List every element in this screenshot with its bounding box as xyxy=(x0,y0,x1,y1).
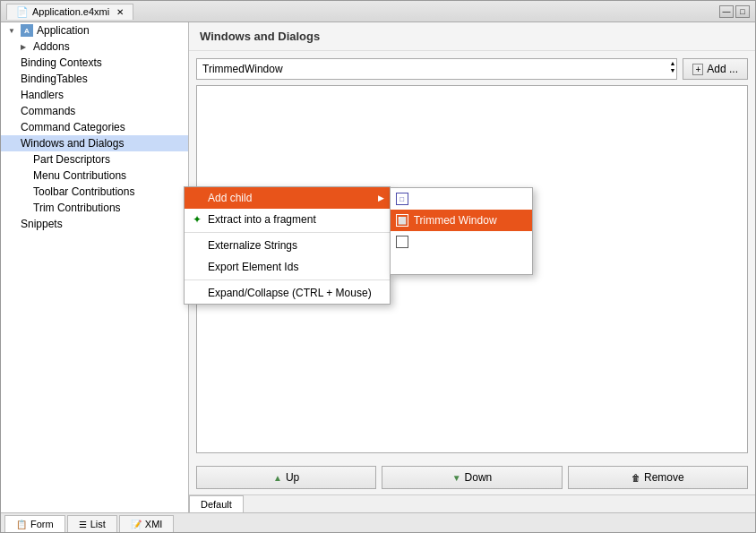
submenu-item-wizard[interactable]: ✦ Wizard xyxy=(391,253,532,274)
app-icon: A xyxy=(21,24,33,37)
menu-item-expand[interactable]: Expand/Collapse (CTRL + Mouse) xyxy=(185,282,390,304)
menu-separator-1 xyxy=(185,232,390,233)
tree-snippets-label: Snippets xyxy=(21,218,63,230)
xmi-tab-label: XMI xyxy=(145,519,163,529)
minimize-button[interactable]: — xyxy=(719,5,734,18)
tree-command-categories-label: Command Categories xyxy=(21,121,125,133)
dropdown-arrow-container: ▲ ▼ xyxy=(670,60,676,73)
list-tab-label: List xyxy=(90,519,106,529)
context-menu-wrapper: Add child □ Dialog ⬜ Trimmed Window ▭ Wi… xyxy=(184,186,391,305)
tree-item-addons[interactable]: ▶ Addons xyxy=(1,39,188,55)
tab-title: Application.e4xmi xyxy=(32,6,109,17)
tree-item-commands[interactable]: Commands xyxy=(1,103,188,119)
submenu-item-window[interactable]: ▭ Window xyxy=(391,231,532,253)
expand-arrow-addons: ▶ xyxy=(21,43,30,51)
submenu-item-dialog[interactable]: □ Dialog xyxy=(391,188,532,210)
add-child-label: Add child xyxy=(208,192,252,204)
add-btn-icon: + xyxy=(692,64,703,75)
section-header: Windows and Dialogs xyxy=(189,22,755,51)
tab-form[interactable]: 📋 Form xyxy=(4,515,65,532)
tree-windows-dialogs-label: Windows and Dialogs xyxy=(21,137,124,150)
remove-label: Remove xyxy=(644,471,684,484)
extract-label: Extract into a fragment xyxy=(208,213,316,226)
tree-root-label: Application xyxy=(37,24,90,37)
remove-icon: 🗑 xyxy=(631,473,640,483)
submenu-trimmed-window-label: Trimmed Window xyxy=(414,214,497,227)
externalize-label: Externalize Strings xyxy=(208,239,297,252)
tree-menu-contributions-label: Menu Contributions xyxy=(33,169,126,182)
remove-button[interactable]: 🗑 Remove xyxy=(568,466,748,489)
tree-item-command-categories[interactable]: Command Categories xyxy=(1,119,188,135)
dropdown-wrapper[interactable]: TrimmedWindow ▲ ▼ xyxy=(196,58,677,80)
up-label: Up xyxy=(286,471,299,484)
bottom-tab-strip: 📋 Form ☰ List 📝 XMI xyxy=(1,512,755,532)
up-button[interactable]: Up xyxy=(196,466,376,489)
list-tab-icon: ☰ xyxy=(79,520,87,529)
down-button[interactable]: Down xyxy=(382,466,562,489)
export-label: Export Element Ids xyxy=(208,261,298,273)
form-tab-label: Form xyxy=(30,519,54,529)
tree-addons-label: Addons xyxy=(33,40,70,53)
default-tab-strip: Default xyxy=(189,494,755,512)
tree-part-descriptors-label: Part Descriptors xyxy=(33,153,110,166)
trimmed-window-icon: ⬜ xyxy=(396,214,408,227)
tab-list[interactable]: ☰ List xyxy=(67,515,117,532)
add-button[interactable]: + Add ... xyxy=(683,58,748,80)
maximize-button[interactable]: □ xyxy=(735,5,750,18)
dropdown-value: TrimmedWindow xyxy=(202,63,283,75)
window-icon: ▭ xyxy=(396,236,408,248)
extract-icon: ✦ xyxy=(190,212,204,227)
submenu: □ Dialog ⬜ Trimmed Window ▭ Window ✦ Wiz… xyxy=(390,187,533,275)
tree-item-windows-and-dialogs[interactable]: Windows and Dialogs xyxy=(1,135,188,151)
tab-xmi[interactable]: 📝 XMI xyxy=(119,515,175,532)
tree-toolbar-contributions-label: Toolbar Contributions xyxy=(33,185,134,198)
xmi-tab-icon: 📝 xyxy=(131,520,142,529)
title-bar-left: 📄 Application.e4xmi ✕ xyxy=(6,4,133,20)
spin-down-icon[interactable]: ▼ xyxy=(670,67,676,73)
window-frame: 📄 Application.e4xmi ✕ — □ ▼ A Applicatio… xyxy=(0,0,756,533)
title-bar: 📄 Application.e4xmi ✕ — □ xyxy=(1,1,755,22)
submenu-dialog-label: Dialog xyxy=(414,193,444,205)
tree-item-toolbar-contributions[interactable]: Toolbar Contributions xyxy=(1,184,188,200)
tree-item-part-descriptors[interactable]: Part Descriptors xyxy=(1,151,188,168)
section-title: Windows and Dialogs xyxy=(200,30,320,43)
close-tab-icon[interactable]: ✕ xyxy=(116,7,124,17)
expand-label: Expand/Collapse (CTRL + Mouse) xyxy=(208,287,372,299)
submenu-item-trimmed-window[interactable]: ⬜ Trimmed Window xyxy=(391,210,532,231)
dropdown-display: TrimmedWindow xyxy=(196,58,677,80)
menu-separator-2 xyxy=(185,279,390,280)
wizard-icon: ✦ xyxy=(396,256,410,271)
context-menu: Add child □ Dialog ⬜ Trimmed Window ▭ Wi… xyxy=(184,186,391,305)
left-panel: ▼ A Application ▶ Addons Binding Context… xyxy=(1,22,189,512)
menu-item-externalize[interactable]: Externalize Strings xyxy=(185,235,390,256)
menu-item-extract[interactable]: ✦ Extract into a fragment xyxy=(185,209,390,230)
up-arrow-icon xyxy=(273,471,282,484)
add-btn-label: Add ... xyxy=(707,63,738,75)
tree-item-binding-contexts[interactable]: Binding Contexts xyxy=(1,55,188,71)
file-icon: 📄 xyxy=(16,6,29,18)
tree-item-binding-tables[interactable]: BindingTables xyxy=(1,71,188,87)
tree-root[interactable]: ▼ A Application xyxy=(1,22,188,39)
tree-item-menu-contributions[interactable]: Menu Contributions xyxy=(1,168,188,184)
tree-item-handlers[interactable]: Handlers xyxy=(1,87,188,103)
form-tab-icon: 📋 xyxy=(16,520,27,529)
tree-trim-contributions-label: Trim Contributions xyxy=(33,202,121,214)
bottom-bar: Up Down 🗑 Remove xyxy=(189,460,755,494)
down-arrow-icon xyxy=(452,471,461,484)
submenu-wizard-label: Wizard xyxy=(414,257,447,270)
tree-commands-label: Commands xyxy=(21,105,75,117)
submenu-window-label: Window xyxy=(414,236,452,248)
tree-handlers-label: Handlers xyxy=(21,89,64,101)
window-controls: — □ xyxy=(719,5,750,18)
tree-binding-tables-label: BindingTables xyxy=(21,73,88,85)
menu-item-export[interactable]: Export Element Ids xyxy=(185,256,390,278)
title-tab[interactable]: 📄 Application.e4xmi ✕ xyxy=(6,4,133,20)
tree-item-snippets[interactable]: Snippets xyxy=(1,216,188,232)
spin-up-icon[interactable]: ▲ xyxy=(670,60,676,66)
tree-binding-contexts-label: Binding Contexts xyxy=(21,56,102,69)
dialog-icon: □ xyxy=(396,193,408,205)
expand-arrow-root: ▼ xyxy=(8,27,17,35)
default-tab[interactable]: Default xyxy=(189,495,244,512)
menu-item-add-child[interactable]: Add child □ Dialog ⬜ Trimmed Window ▭ Wi… xyxy=(185,187,390,209)
tree-item-trim-contributions[interactable]: Trim Contributions xyxy=(1,200,188,216)
